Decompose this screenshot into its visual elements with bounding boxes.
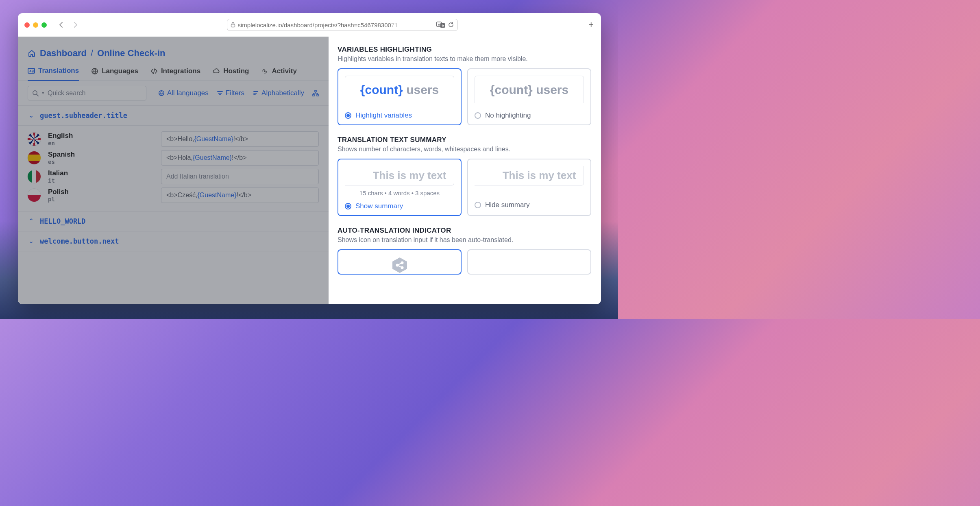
tab-label: Integrations [161, 67, 200, 75]
svg-text:A: A [438, 23, 440, 26]
nav-back-button[interactable] [58, 22, 65, 28]
translation-input[interactable]: <b>Cześć, {GuestName}!</b> [161, 188, 319, 203]
minimize-window-button[interactable] [33, 22, 38, 28]
option-no-highlighting[interactable]: {count} users No highlighting [467, 68, 591, 125]
svg-text:文: 文 [441, 24, 444, 28]
lock-icon [231, 22, 235, 28]
globe-icon [158, 90, 165, 96]
translations-icon: Aあ [28, 67, 35, 74]
translation-key-row[interactable]: ⌄ guest.subheader.title [18, 105, 329, 125]
search-input[interactable]: ▾ Quick search [28, 86, 146, 100]
svg-point-8 [264, 70, 266, 72]
close-window-button[interactable] [24, 22, 30, 28]
breadcrumb-separator: / [91, 48, 93, 59]
option-preview: This is my text [345, 166, 454, 185]
language-code: en [48, 140, 154, 146]
language-filter[interactable]: All languages [158, 89, 209, 97]
section-title: VARIABLES HIGHLIGHTING [338, 46, 591, 54]
option-highlight-variables[interactable]: {count} users Highlight variables [338, 68, 462, 125]
tree-button[interactable] [312, 89, 319, 97]
translation-body: English en <b>Hello, {GuestName}!</b> Sp… [18, 125, 329, 211]
option-label: Highlight variables [355, 111, 412, 120]
option-preview: {count} users [345, 76, 454, 103]
translation-input[interactable]: <b>Hello, {GuestName}!</b> [161, 131, 319, 147]
nav-forward-button[interactable] [72, 22, 78, 28]
section-description: Shows icon on translation input if it ha… [338, 236, 591, 244]
svg-rect-11 [315, 90, 316, 92]
tabs: Aあ Translations Languages Integrations H… [18, 63, 329, 81]
globe-icon [91, 68, 98, 75]
preview-subline: 15 chars • 4 words • 3 spaces [338, 188, 461, 198]
option-auto-translate-on[interactable] [338, 249, 462, 275]
tab-label: Hosting [223, 67, 249, 75]
translation-key-row[interactable]: ⌃ HELLO_WORLD [18, 211, 329, 231]
maximize-window-button[interactable] [41, 22, 47, 28]
option-hide-summary[interactable]: This is my text Hide summary [467, 159, 591, 216]
breadcrumb-project[interactable]: Online Check-in [97, 48, 165, 59]
chevron-up-icon: ⌃ [28, 217, 34, 225]
tab-activity[interactable]: Activity [261, 67, 296, 81]
radio-icon [475, 112, 481, 119]
tab-integrations[interactable]: Integrations [150, 67, 200, 81]
language-code: it [48, 177, 154, 184]
language-name: English [48, 132, 154, 140]
filter-icon [217, 90, 223, 96]
translation-key-name: HELLO_WORLD [40, 217, 86, 225]
option-auto-translate-off[interactable] [467, 249, 591, 275]
option-show-summary[interactable]: This is my text 15 chars • 4 words • 3 s… [338, 159, 462, 216]
translation-row: Italian it Add Italian translation [28, 169, 319, 184]
url-bar[interactable]: simplelocalize.io/dashboard/projects/?ha… [227, 19, 458, 31]
translate-icon[interactable]: A文 [436, 22, 445, 28]
translation-key-row[interactable]: ⌄ welcome.button.next [18, 231, 329, 251]
tab-translations[interactable]: Aあ Translations [28, 67, 79, 81]
breadcrumb-dashboard[interactable]: Dashboard [40, 48, 87, 59]
svg-rect-0 [231, 24, 235, 27]
translation-row: Spanish es <b>Hola, {GuestName}!</b> [28, 150, 319, 166]
language-code: es [48, 159, 154, 165]
url-text: simplelocalize.io/dashboard/projects/?ha… [238, 22, 434, 28]
option-label: No highlighting [485, 111, 531, 120]
browser-window: simplelocalize.io/dashboard/projects/?ha… [18, 13, 601, 304]
filters-button[interactable]: Filters [217, 89, 244, 97]
chevron-down-icon: ⌄ [28, 237, 34, 245]
chevron-down-icon: ⌄ [28, 111, 34, 119]
option-preview: {count} users [475, 76, 584, 103]
reload-icon[interactable] [448, 22, 454, 28]
radio-icon [475, 202, 481, 208]
option-label: Show summary [355, 202, 403, 210]
tab-label: Languages [102, 67, 138, 75]
auto-translate-icon [390, 257, 409, 274]
section-title: AUTO-TRANSLATION INDICATOR [338, 227, 591, 235]
radio-icon [345, 112, 351, 119]
svg-text:Aあ: Aあ [29, 69, 35, 73]
tab-label: Activity [272, 67, 296, 75]
svg-rect-13 [317, 94, 318, 96]
translation-input[interactable]: Add Italian translation [161, 169, 319, 184]
breadcrumb: Dashboard / Online Check-in [18, 37, 329, 63]
tab-languages[interactable]: Languages [91, 67, 138, 81]
translation-input[interactable]: <b>Hola, {GuestName}!</b> [161, 150, 319, 166]
app-main: Dashboard / Online Check-in Aあ Translati… [18, 37, 329, 304]
home-icon [28, 49, 36, 57]
option-preview: This is my text [475, 166, 584, 185]
flag-icon [28, 170, 41, 183]
tab-hosting[interactable]: Hosting [213, 67, 249, 81]
search-placeholder: Quick search [48, 89, 85, 97]
section-description: Shows number of characters, words, white… [338, 146, 591, 153]
language-name: Italian [48, 169, 154, 177]
toolbar: ▾ Quick search All languages Filters Alp… [18, 81, 329, 105]
language-name: Polish [48, 188, 154, 196]
code-icon [150, 68, 158, 75]
language-name: Spanish [48, 150, 154, 159]
section-description: Highlights variables in translation text… [338, 55, 591, 63]
translation-row: English en <b>Hello, {GuestName}!</b> [28, 131, 319, 147]
sort-icon [253, 90, 259, 96]
search-icon [32, 90, 39, 96]
flag-icon [28, 133, 41, 146]
sort-button[interactable]: Alphabetically [253, 89, 304, 97]
translation-key-name: guest.subheader.title [40, 111, 127, 120]
new-tab-button[interactable]: + [588, 20, 594, 30]
flag-icon [28, 151, 41, 164]
activity-icon [261, 68, 268, 75]
radio-icon [345, 203, 351, 209]
